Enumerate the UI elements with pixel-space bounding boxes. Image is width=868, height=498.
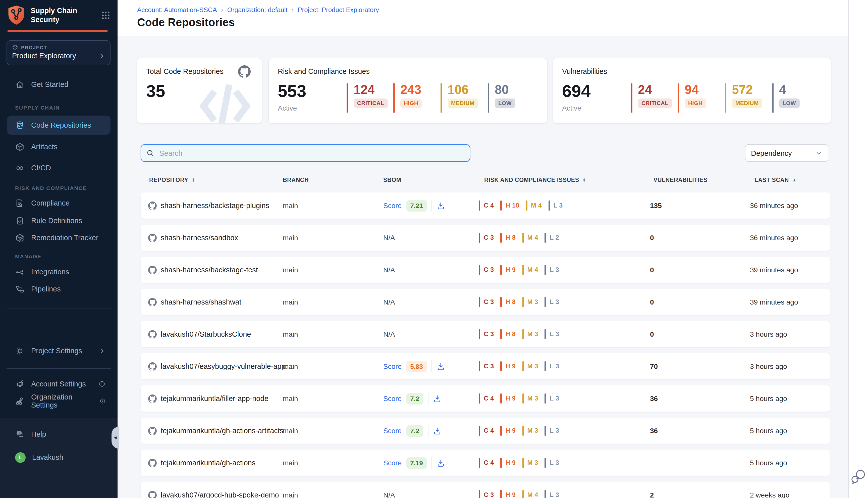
sidebar-item-rule-definitions[interactable]: Rule Definitions [7,212,110,230]
score-badge: 7.21 [406,200,427,211]
card-title: Total Code Repositories [146,67,224,75]
medium-badge: MEDIUM [448,99,478,108]
high-count: 94 [685,83,699,96]
table-row[interactable]: tejakummarikuntla/filler-app-node main S… [141,385,830,411]
repo-name[interactable]: shash-harness/backstage-plugins [161,201,269,210]
high-count: 243 [400,83,421,96]
score-link[interactable]: Score [383,459,402,467]
medium-count: 572 [732,83,753,96]
gear-icon [15,346,25,355]
vulnerabilities-cell: 0 [650,257,654,283]
pipelines-icon [15,284,25,294]
risk-cell: C 4 H 9 M 3 L 3 [479,385,565,411]
risk-cell: C 4 H 9 M 3 L 3 [479,450,565,476]
sidebar-item-label: Artifacts [31,143,57,151]
sort-icon: ▲▼ [192,178,195,182]
branch-cell: main [283,225,298,251]
sidebar-item-code-repositories[interactable]: Code Repositories [7,116,110,135]
critical-badge: CRITICAL [353,99,388,108]
info-icon [98,380,106,388]
breadcrumb-account-link[interactable]: Account: Automation-SSCA [137,6,217,14]
github-icon [148,330,157,339]
table-row[interactable]: tejakummarikuntla/gh-actions-artifacts m… [141,418,830,444]
github-icon [238,65,251,78]
risk-cell: C 3 H 9 M 4 L 3 [479,482,565,498]
sidebar-collapse-handle[interactable]: ◀ [111,427,119,449]
last-scan-cell: 39 minutes ago [750,257,798,283]
column-header-repository[interactable]: REPOSITORY ▲▼ [149,177,195,183]
score-link[interactable]: Score [383,427,402,435]
repo-name[interactable]: tejakummarikuntla/gh-actions [161,459,255,467]
download-sbom-icon[interactable] [437,201,445,210]
sidebar-item-cicd[interactable]: CI/CD [7,159,110,177]
download-sbom-icon[interactable] [433,394,441,403]
divider [431,457,432,469]
app-switcher-grid-icon[interactable] [101,10,110,20]
repo-name[interactable]: tejakummarikuntla/gh-actions-artifacts [161,427,283,435]
column-header-last-scan[interactable]: LAST SCAN ▲ [755,177,797,183]
sidebar-item-artifacts[interactable]: Artifacts [7,138,110,156]
brand-divider [8,30,107,31]
repo-name[interactable]: shash-harness/sandbox [161,234,238,242]
chevron-right-icon [99,348,106,354]
sidebar-item-account-settings[interactable]: Account Settings [7,375,110,393]
repo-name[interactable]: lavakush07/argocd-hub-spoke-demo [161,491,279,498]
remediation-box-icon [15,233,25,243]
download-sbom-icon[interactable] [437,459,445,467]
sidebar-item-label: Account Settings [31,380,86,388]
sidebar-item-project-settings[interactable]: Project Settings [7,342,110,360]
score-link[interactable]: Score [383,394,402,403]
active-label: Active [278,104,297,112]
score-link[interactable]: Score [383,201,402,210]
breadcrumb-project-link[interactable]: Project: Product Exploratory [298,6,379,14]
risk-cell: C 3 H 8 M 3 L 3 [479,321,565,347]
table-row[interactable]: shash-harness/backstage-plugins main Sco… [141,193,830,219]
column-header-sbom: SBOM [383,177,401,183]
table-row[interactable]: shash-harness/shashwat main N/A C 3 H 8 … [141,289,830,315]
repo-name[interactable]: lavakush07/easybuggy-vulnerable-app… [161,362,293,370]
sidebar-item-organization-settings[interactable]: Organization Settings [7,392,110,410]
table-row[interactable]: tejakummarikuntla/gh-actions main Score … [141,450,830,476]
support-chat-icon[interactable] [851,469,867,486]
collapse-arrow-icon: ◀ [114,436,117,440]
sidebar-user[interactable]: L Lavakush [7,448,110,466]
sidebar-item-get-started[interactable]: Get Started [7,75,110,93]
dependency-filter-dropdown[interactable]: Dependency [745,144,828,162]
repo-name[interactable]: tejakummarikuntla/filler-app-node [161,394,268,403]
repo-name[interactable]: shash-harness/shashwat [161,298,241,306]
sidebar-item-integrations[interactable]: Integrations [7,263,110,281]
critical-badge: CRITICAL [638,99,672,108]
breadcrumb: Account: Automation-SSCA › Organization:… [137,6,379,14]
download-sbom-icon[interactable] [433,427,441,435]
repo-name[interactable]: lavakush07/StarbucksClone [161,330,251,338]
search-input[interactable] [159,148,465,158]
vulnerabilities-cell: 2 [650,482,654,498]
breadcrumb-separator-icon: › [292,6,294,14]
breadcrumb-organization-link[interactable]: Organization: default [227,6,288,14]
table-row[interactable]: shash-harness/sandbox main N/A C 3 H 8 M… [141,225,830,251]
repo-name[interactable]: shash-harness/backstage-test [161,266,258,274]
vulnerabilities-cell: 0 [650,225,654,251]
sbom-cell: Score 7.21 [383,193,445,219]
scrollbar-gutter[interactable] [849,0,868,498]
risk-cell: C 3 H 8 M 3 L 3 [479,289,565,315]
score-link[interactable]: Score [383,362,402,370]
column-header-vulnerabilities: VULNERABILITIES [654,177,708,183]
table-row[interactable]: lavakush07/easybuggy-vulnerable-app… mai… [141,353,830,379]
high-badge: HIGH [400,99,422,108]
project-selector[interactable]: PROJECT Product Exploratory [6,40,110,65]
score-badge: 7.2 [406,393,423,404]
sbom-cell: Score 7.2 [383,385,441,411]
table-row[interactable]: lavakush07/StarbucksClone main N/A C 3 H… [141,321,830,347]
sbom-cell: Score 7.2 [383,418,441,444]
sidebar-item-compliance[interactable]: Compliance [7,194,110,212]
table-row[interactable]: shash-harness/backstage-test main N/A C … [141,257,830,283]
sidebar-item-help[interactable]: ? Help [7,425,110,443]
sidebar-item-label: Remediation Tracker [31,234,98,242]
column-header-risk[interactable]: RISK AND COMPLIANCE ISSUES ▲▼ [484,177,586,183]
medium-stat: 106 MEDIUM [441,83,478,113]
table-row[interactable]: lavakush07/argocd-hub-spoke-demo main N/… [141,482,830,498]
sidebar-item-pipelines[interactable]: Pipelines [7,280,110,298]
sidebar-item-remediation-tracker[interactable]: Remediation Tracker [7,228,110,247]
download-sbom-icon[interactable] [437,362,445,371]
